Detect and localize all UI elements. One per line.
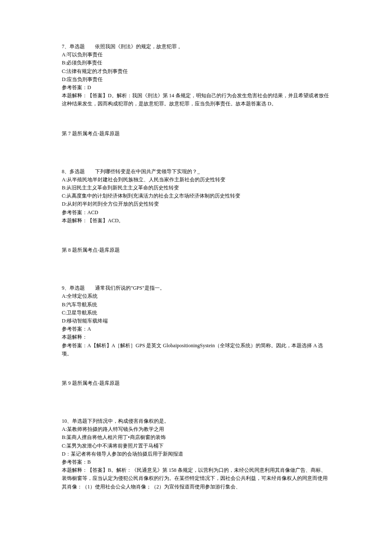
answer-label: 参考答案：A — [62, 325, 330, 333]
question-10: 10、单选题下列情况中，构成侵害肖像权的是。 A:某教师将拍摄的路人特写镜头作为… — [62, 417, 330, 491]
topic-reference-9: 第 9 题所属考点-题库原题 — [62, 379, 330, 387]
answer-label: 参考答案：B — [62, 458, 330, 466]
answer-label: 参考答案：D — [62, 84, 330, 92]
question-header: 7、单选题 依照我国《刑法》的规定，故意犯罪 。 — [62, 43, 330, 51]
explanation: 本题解释：【答案】D。解析：我国《刑法》第 14 条规定，明知自己的行为会发生危… — [62, 92, 330, 108]
explanation: 本题解释：【答案】B。解析：《民通意见》第 158 条规定，以营利为口的，未经公… — [62, 466, 330, 491]
option-a: A:全球定位系统 — [62, 292, 330, 300]
question-header: 10、单选题下列情况中，构成侵害肖像权的是。 — [62, 417, 330, 425]
question-8: 8、多选题 下列哪些转变是在中国共产党领导下实现的？_ A:从半殖民地半封建社会… — [62, 168, 330, 225]
option-c: C:法律有规定的才负刑事责任 — [62, 67, 330, 76]
topic-reference-7: 第 7 题所属考点-题库原题 — [62, 130, 330, 138]
explanation-pre: 本题解释： — [62, 333, 330, 341]
option-a: A:某教师将拍摄的路人特写镜头作为教学之用 — [62, 425, 330, 433]
option-d: D：某记者将有领导人参加的会场拍摄后用于新闻报道 — [62, 450, 330, 458]
option-a: A:可以负刑事责任 — [62, 51, 330, 59]
option-d: D:移动智能车载终端 — [62, 317, 330, 325]
option-c: C:从高度集中的计划经济体制到充满活力的社会主义市场经济体制的历史性转变 — [62, 192, 330, 200]
question-header: 9、单选题 通常我们所说的"GPS"是指一。 — [62, 284, 330, 292]
question-7: 7、单选题 依照我国《刑法》的规定，故意犯罪 。 A:可以负刑事责任 B:必须负… — [62, 43, 330, 108]
option-b: B:必须负刑事责任 — [62, 59, 330, 67]
option-b: B:从旧民主主义革命到新民主主义革命的历史性转变 — [62, 184, 330, 192]
option-d: D:应当负刑事责任 — [62, 76, 330, 84]
option-b: B:某商人擅自将他人相片用丁•商店橱窗的装饰 — [62, 433, 330, 442]
option-d: D:从封闭半封闭到全方位开放的历史性转变 — [62, 200, 330, 208]
question-9: 9、单选题 通常我们所说的"GPS"是指一。 A:全球定位系统 B:汽车导航系统… — [62, 284, 330, 358]
explanation: 本题解释：【答案】ACD。 — [62, 217, 330, 225]
question-header: 8、多选题 下列哪些转变是在中国共产党领导下实现的？_ — [62, 168, 330, 176]
option-a: A:从半殖民地半封建社会到民族独立、人民当家作主新社会的历史性转变 — [62, 176, 330, 184]
answer-label: 参考答案：ACD — [62, 209, 330, 217]
option-c: C:某男为发泄心中不满将前妻照片置于马桶下 — [62, 442, 330, 450]
explanation: 参考答案：A【解析】A［解析］GPS 是英文 Globaipositioning… — [62, 342, 330, 358]
option-b: B:汽车导航系统 — [62, 301, 330, 309]
topic-reference-8: 第 8 题所属考点-题库原题 — [62, 246, 330, 254]
option-c: C:卫星导航系统 — [62, 309, 330, 317]
